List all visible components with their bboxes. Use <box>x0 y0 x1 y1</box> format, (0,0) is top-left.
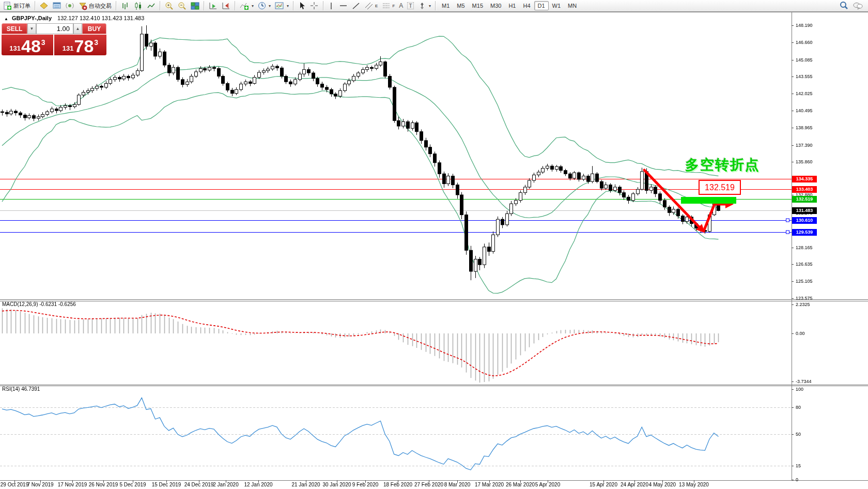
market-watch-button[interactable] <box>51 1 64 11</box>
channel-label: E <box>375 4 378 8</box>
zoom-out-icon <box>178 2 187 10</box>
volume-increase-button[interactable]: ▲ <box>73 23 82 34</box>
line-chart-icon <box>147 2 156 10</box>
fibonacci-button[interactable]: F <box>380 1 397 11</box>
date-axis-label: 27 Feb 2020 <box>414 482 443 487</box>
auto-scroll-button[interactable] <box>207 1 220 11</box>
bar-chart-icon <box>121 2 130 10</box>
date-axis-label: 15 Dec 2019 <box>152 482 181 487</box>
timeframe-m15-button[interactable]: M15 <box>469 1 487 10</box>
periods-button[interactable]: ▾ <box>256 1 273 11</box>
chart-canvas[interactable] <box>0 0 868 489</box>
chart-window-title: ▲ GBPJPY-,Daily 132.127 132.410 131.423 … <box>4 15 144 21</box>
search-button[interactable] <box>837 0 850 11</box>
vertical-line-button[interactable] <box>326 1 337 11</box>
symbol-ohlc-values: 132.127 132.410 131.423 131.483 <box>57 15 144 21</box>
text-icon: A <box>399 2 403 9</box>
sell-price-figure: 131 <box>9 44 21 52</box>
buy-price-display[interactable]: 131 78 3 <box>54 35 106 55</box>
macd-tick-label: -3.7344 <box>796 379 812 384</box>
price-tick-label: 148.190 <box>796 23 813 28</box>
volume-input[interactable]: 1.00 <box>36 23 73 34</box>
sell-price-display[interactable]: 131 48 3 <box>2 35 53 55</box>
broadcast-button[interactable] <box>64 1 76 11</box>
support-zone-rectangle[interactable] <box>681 197 736 204</box>
line-chart-button[interactable] <box>145 1 158 11</box>
price-line-label: 134.335 <box>792 176 817 182</box>
new-order-button[interactable]: 新订单 <box>1 1 33 11</box>
text-label-button[interactable]: T <box>405 1 416 10</box>
tile-windows-button[interactable] <box>189 1 202 11</box>
buy-button[interactable]: BUY <box>82 23 106 34</box>
date-axis-label: 8 Mar 2020 <box>444 482 471 487</box>
chevron-down-icon: ▾ <box>429 4 431 8</box>
search-icon <box>839 1 848 10</box>
date-axis-label: 26 Mar 2020 <box>506 482 535 487</box>
sell-price-pips: 48 <box>21 38 41 54</box>
channel-icon <box>365 2 374 10</box>
price-tick-label: 145.085 <box>796 57 813 63</box>
chart-shift-button[interactable] <box>220 1 233 11</box>
new-order-icon <box>3 2 12 10</box>
macd-tick-label: 2.2325 <box>796 302 810 307</box>
date-axis-label: 5 Dec 2019 <box>119 482 146 487</box>
date-axis-label: 7 Nov 2019 <box>27 482 53 487</box>
indicators-button[interactable]: ▾ <box>238 1 256 11</box>
toolbar: 新订单 自动交易 ▾ ▾ ▾ <box>0 0 868 12</box>
timeframe-m1-button[interactable]: M1 <box>438 1 453 10</box>
price-line-label: 133.403 <box>792 186 817 193</box>
rsi-indicator-label: RSI(14) 46.7391 <box>2 386 40 392</box>
timeframe-h4-button[interactable]: H4 <box>519 1 534 10</box>
timeframe-group: M1M5M15M30H1H4D1W1MN <box>438 0 580 11</box>
text-button[interactable]: A <box>397 1 405 10</box>
auto-trading-button[interactable]: 自动交易 <box>76 1 114 11</box>
zoom-out-button[interactable] <box>176 1 189 11</box>
price-line-label: 132.519 <box>792 196 817 203</box>
profile-button[interactable] <box>38 1 51 11</box>
timeframe-w1-button[interactable]: W1 <box>549 1 565 10</box>
chat-icon <box>853 1 863 10</box>
cursor-button[interactable] <box>296 1 308 11</box>
timeframe-m30-button[interactable]: M30 <box>487 1 505 10</box>
collapse-triangle-icon: ▲ <box>4 17 8 21</box>
price-tag-132519[interactable]: 132.519 <box>699 180 741 195</box>
channel-button[interactable]: E <box>363 1 380 11</box>
crosshair-icon <box>310 2 319 10</box>
trendline-button[interactable] <box>350 1 363 11</box>
rsi-tick-label: 0 <box>796 477 798 482</box>
timeframe-h1-button[interactable]: H1 <box>505 1 519 10</box>
chat-button[interactable] <box>850 0 865 11</box>
fibonacci-icon <box>382 2 391 10</box>
price-line-label: 131.483 <box>792 207 817 214</box>
buy-price-point: 3 <box>94 38 98 47</box>
buy-price-figure: 131 <box>63 44 74 52</box>
candlestick-button[interactable] <box>132 1 145 11</box>
volume-decrease-button[interactable]: ▼ <box>27 23 36 34</box>
timeframe-m5-button[interactable]: M5 <box>453 1 468 10</box>
cursor-icon <box>298 2 306 10</box>
price-line-label: 130.610 <box>792 217 817 224</box>
bar-chart-button[interactable] <box>119 1 132 11</box>
crosshair-button[interactable] <box>308 1 321 11</box>
zoom-in-button[interactable] <box>163 1 176 11</box>
timeframe-mn-button[interactable]: MN <box>564 1 580 10</box>
chart-shift-icon <box>222 2 230 10</box>
chevron-down-icon: ▾ <box>287 4 289 8</box>
chinese-annotation-text[interactable]: 多空转折点 <box>685 156 760 174</box>
buy-price-pips: 78 <box>74 38 94 54</box>
date-axis-label: 17 Mar 2020 <box>475 482 504 487</box>
horizontal-line-button[interactable] <box>337 1 350 11</box>
macd-indicator-label: MACD(12,26,9) -0.6231 -0.6256 <box>2 301 76 307</box>
sell-button[interactable]: SELL <box>2 23 27 34</box>
arrows-icon <box>418 2 427 10</box>
templates-button[interactable]: ▾ <box>273 1 291 11</box>
date-axis-label: 24 Apr 2020 <box>621 482 648 487</box>
text-label-icon: T <box>407 2 414 9</box>
auto-trading-label: 自动交易 <box>89 2 112 10</box>
templates-icon <box>275 2 285 10</box>
fibonacci-label: F <box>392 4 395 8</box>
timeframe-d1-button[interactable]: D1 <box>534 1 549 10</box>
arrows-button[interactable]: ▾ <box>416 1 433 11</box>
date-axis-label: 9 Feb 2020 <box>352 482 379 487</box>
sell-price-point: 3 <box>41 38 45 47</box>
